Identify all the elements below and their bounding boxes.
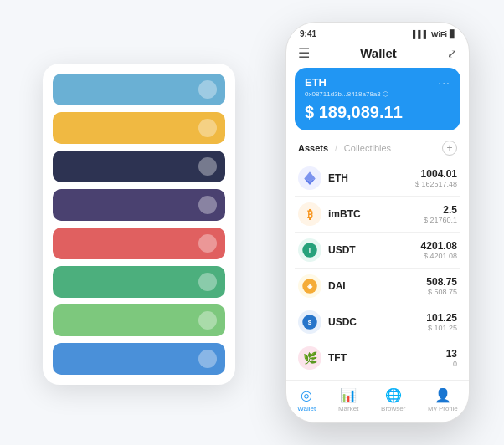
eth-icon: [298, 166, 321, 190]
status-time: 9:41: [300, 29, 316, 38]
list-item: [53, 343, 225, 375]
phone-header: ☰ Wallet ⤢: [286, 42, 469, 68]
list-item: [53, 112, 225, 144]
imbtc-icon: ₿: [298, 202, 321, 226]
phone-mockup: 9:41 ▌▌▌ WiFi ▊ ☰ Wallet ⤢ ··· ETH 0x087…: [285, 22, 470, 423]
assets-header: Assets / Collectibles +: [286, 137, 469, 161]
asset-values: 4201.08 $ 4201.08: [421, 240, 457, 260]
asset-usd: $ 4201.08: [421, 252, 457, 260]
nav-profile-label: My Profile: [428, 405, 458, 412]
battery-icon: ▊: [450, 30, 455, 38]
status-bar: 9:41 ▌▌▌ WiFi ▊: [286, 23, 469, 42]
asset-name: ETH: [328, 172, 415, 184]
list-item: [53, 74, 225, 105]
table-row[interactable]: T USDT 4201.08 $ 4201.08: [295, 233, 460, 269]
asset-usd: $ 21760.1: [424, 216, 457, 224]
list-item: [53, 304, 225, 336]
table-row[interactable]: ◈ DAI 508.75 $ 508.75: [295, 269, 460, 304]
usdt-icon: T: [298, 238, 321, 262]
add-asset-button[interactable]: +: [442, 141, 457, 156]
tab-assets[interactable]: Assets: [298, 143, 328, 153]
market-icon: 📊: [340, 387, 357, 403]
eth-card-balance: $ 189,089.11: [305, 103, 450, 122]
page-title: Wallet: [360, 46, 397, 60]
asset-amount: 2.5: [424, 204, 457, 216]
browser-icon: 🌐: [385, 387, 402, 403]
tab-divider: /: [335, 144, 337, 153]
menu-icon[interactable]: ☰: [298, 45, 310, 61]
asset-amount: 1004.01: [415, 168, 457, 180]
nav-market-label: Market: [338, 405, 358, 412]
table-row[interactable]: ₿ imBTC 2.5 $ 21760.1: [295, 197, 460, 233]
svg-text:$: $: [308, 319, 312, 326]
asset-amount: 4201.08: [421, 240, 457, 252]
card-stack: [43, 64, 235, 385]
nav-market[interactable]: 📊 Market: [338, 387, 358, 412]
list-item: [53, 189, 225, 221]
asset-amount: 13: [446, 348, 457, 360]
table-row[interactable]: ETH 1004.01 $ 162517.48: [295, 161, 460, 197]
list-item: [53, 228, 225, 259]
eth-card[interactable]: ··· ETH 0x08711d3b...8418a78a3 ⬡ $ 189,0…: [295, 68, 460, 130]
asset-name: DAI: [328, 280, 426, 292]
asset-name: TFT: [328, 352, 446, 364]
asset-amount: 508.75: [426, 276, 457, 288]
status-icons: ▌▌▌ WiFi ▊: [413, 30, 455, 38]
signal-icon: ▌▌▌: [413, 30, 429, 38]
usdc-icon: $: [298, 310, 321, 334]
tft-icon: 🌿: [298, 346, 321, 370]
eth-card-title: ETH: [305, 76, 450, 89]
bottom-nav: ◎ Wallet 📊 Market 🌐 Browser 👤 My Profile: [286, 380, 469, 422]
wifi-icon: WiFi: [431, 30, 447, 38]
more-icon[interactable]: ···: [438, 76, 450, 90]
svg-text:T: T: [307, 246, 312, 254]
asset-list: ETH 1004.01 $ 162517.48 ₿ imBTC 2.5 $ 21…: [286, 161, 469, 380]
nav-wallet[interactable]: ◎ Wallet: [297, 387, 316, 412]
profile-icon: 👤: [435, 387, 451, 403]
table-row[interactable]: 🌿 TFT 13 0: [295, 340, 460, 376]
asset-values: 13 0: [446, 348, 457, 368]
asset-name: USDC: [328, 316, 426, 328]
asset-usd: 0: [446, 360, 457, 368]
asset-amount: 101.25: [426, 312, 457, 324]
asset-usd: $ 162517.48: [415, 180, 457, 188]
scene: 9:41 ▌▌▌ WiFi ▊ ☰ Wallet ⤢ ··· ETH 0x087…: [18, 13, 486, 432]
asset-values: 1004.01 $ 162517.48: [415, 168, 457, 188]
asset-values: 101.25 $ 101.25: [426, 312, 457, 332]
assets-tabs: Assets / Collectibles: [298, 143, 391, 153]
asset-name: USDT: [328, 244, 421, 256]
tab-collectibles[interactable]: Collectibles: [344, 143, 391, 153]
dai-icon: ◈: [298, 274, 321, 298]
list-item: [53, 266, 225, 298]
asset-name: imBTC: [328, 208, 424, 220]
asset-usd: $ 101.25: [426, 324, 457, 332]
plus-icon: +: [446, 142, 452, 154]
list-item: [53, 151, 225, 182]
asset-usd: $ 508.75: [426, 288, 457, 296]
svg-text:◈: ◈: [306, 283, 313, 290]
asset-values: 2.5 $ 21760.1: [424, 204, 457, 224]
nav-browser[interactable]: 🌐 Browser: [381, 387, 405, 412]
expand-icon[interactable]: ⤢: [447, 47, 457, 60]
eth-card-address: 0x08711d3b...8418a78a3 ⬡: [305, 90, 450, 98]
nav-wallet-label: Wallet: [297, 405, 316, 412]
nav-browser-label: Browser: [381, 405, 405, 412]
wallet-icon: ◎: [301, 387, 312, 403]
asset-values: 508.75 $ 508.75: [426, 276, 457, 296]
table-row[interactable]: $ USDC 101.25 $ 101.25: [295, 304, 460, 340]
nav-profile[interactable]: 👤 My Profile: [428, 387, 458, 412]
